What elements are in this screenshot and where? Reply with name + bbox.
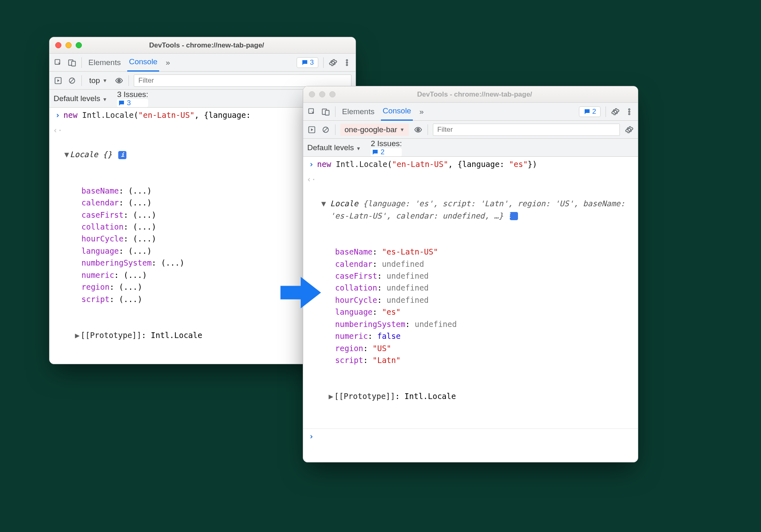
close-icon[interactable] [55,42,61,48]
window-title: DevTools - chrome://new-tab-page/ [340,90,610,99]
svg-point-4 [346,62,347,63]
clear-console-icon[interactable] [68,76,77,85]
chevron-down-icon: ▼ [356,146,361,151]
close-icon[interactable] [309,91,315,97]
chevron-down-icon: ▼ [102,78,107,83]
context-label: one-google-bar [344,125,397,134]
svg-point-3 [346,59,347,61]
tab-more[interactable]: » [418,107,426,120]
gear-icon[interactable] [625,125,634,134]
device-icon[interactable] [68,58,77,67]
clear-console-icon[interactable] [321,125,330,134]
info-icon[interactable]: i [510,212,518,220]
svg-point-5 [346,64,347,65]
tab-more[interactable]: » [164,58,172,71]
console-body: › new Intl.Locale("en-Latn-US", {languag… [303,157,638,462]
svg-line-8 [70,79,74,83]
devtools-toolbar: Elements Console » 2 [303,103,638,121]
svg-point-15 [628,113,630,115]
eye-icon[interactable] [414,125,423,134]
return-icon: ‹· [52,124,63,364]
object-property[interactable]: region: "US" [317,343,634,354]
expand-toggle[interactable]: ▼ [63,149,70,160]
tab-console[interactable]: Console [127,57,159,72]
console-output-row: ‹· ▼Locale {language: 'es', script: 'Lat… [303,172,638,428]
expand-toggle[interactable]: ▼ [324,198,330,210]
chevron-down-icon: ▼ [400,127,405,133]
separator [81,57,82,68]
svg-line-18 [324,128,328,132]
execution-context-selector[interactable]: top▼ [87,76,110,85]
titlebar: DevTools - chrome://new-tab-page/ [303,86,638,103]
expand-toggle[interactable]: ▶ [74,329,81,341]
levels-bar: Default levels ▼ 2 Issues: 2 [303,139,638,157]
gear-icon[interactable] [329,58,338,67]
object-property[interactable]: language: "es" [317,306,634,318]
traffic-lights [55,42,82,48]
tab-elements[interactable]: Elements [87,58,122,71]
devtools-window-right: DevTools - chrome://new-tab-page/ Elemen… [303,86,638,462]
object-property[interactable]: calendar: undefined [317,258,634,270]
inspect-icon[interactable] [54,58,63,67]
console-input-row: › new Intl.Locale("en-Latn-US", {languag… [303,157,638,172]
gear-icon[interactable] [611,107,620,116]
traffic-lights [309,91,335,97]
filter-input[interactable] [134,74,351,87]
window-title: DevTools - chrome://new-tab-page/ [86,41,327,50]
issues-link[interactable]: 2 Issues: 2 [371,139,402,156]
prompt-icon: › [306,431,317,442]
object-property[interactable]: collation: undefined [317,282,634,294]
object-property[interactable]: baseName: "es-Latn-US" [317,246,634,258]
input-prompt-icon: › [306,158,317,170]
context-label: top [89,76,100,85]
object-property[interactable]: numberingSystem: undefined [317,318,634,330]
object-property[interactable]: hourCycle: undefined [317,294,634,306]
object-summary[interactable]: Locale {} [70,150,112,159]
object-property[interactable]: caseFirst: undefined [317,270,634,282]
object-summary[interactable]: Locale {language: 'es', script: 'Latn', … [330,199,630,220]
messages-count: 3 [310,59,314,67]
maximize-icon[interactable] [76,42,82,48]
minimize-icon[interactable] [65,42,72,48]
minimize-icon[interactable] [319,91,325,97]
input-prompt-icon: › [52,109,63,121]
inspect-icon[interactable] [307,107,316,116]
svg-point-19 [417,129,419,130]
kebab-icon[interactable] [625,107,634,116]
devtools-toolbar: Elements Console » 3 [50,54,356,72]
messages-badge[interactable]: 3 [297,57,318,68]
messages-count: 2 [592,108,596,116]
maximize-icon[interactable] [329,91,335,97]
titlebar: DevTools - chrome://new-tab-page/ [50,37,356,54]
play-icon[interactable] [307,125,316,134]
filter-input[interactable] [433,124,620,136]
svg-point-9 [119,80,120,81]
svg-point-13 [628,108,630,110]
console-subbar: one-google-bar▼ [303,121,638,139]
issues-link[interactable]: 3 Issues: 3 [117,90,148,107]
messages-badge[interactable]: 2 [579,106,601,117]
execution-context-selector[interactable]: one-google-bar▼ [340,124,409,136]
svg-rect-12 [325,110,329,115]
console-output: ▼Locale {language: 'es', script: 'Latn',… [317,174,634,426]
object-property[interactable]: numeric: false [317,330,634,342]
expand-toggle[interactable]: ▶ [328,390,334,402]
svg-point-14 [628,111,630,112]
object-property[interactable]: script: "Latn" [317,354,634,366]
arrow-right-icon [278,270,323,315]
log-levels-selector[interactable]: Default levels ▼ [307,143,361,152]
info-icon[interactable]: i [118,151,126,159]
play-icon[interactable] [54,76,63,85]
chevron-down-icon: ▼ [102,97,107,102]
kebab-icon[interactable] [342,58,351,67]
svg-rect-2 [72,61,75,66]
log-levels-selector[interactable]: Default levels ▼ [54,94,107,103]
tab-elements[interactable]: Elements [340,107,376,120]
eye-icon[interactable] [115,76,124,85]
tab-console[interactable]: Console [381,106,413,121]
console-prompt-row[interactable]: › [303,429,638,444]
console-input-text: new Intl.Locale("en-Latn-US", {language:… [317,158,634,170]
separator [323,57,324,68]
device-icon[interactable] [321,107,330,116]
